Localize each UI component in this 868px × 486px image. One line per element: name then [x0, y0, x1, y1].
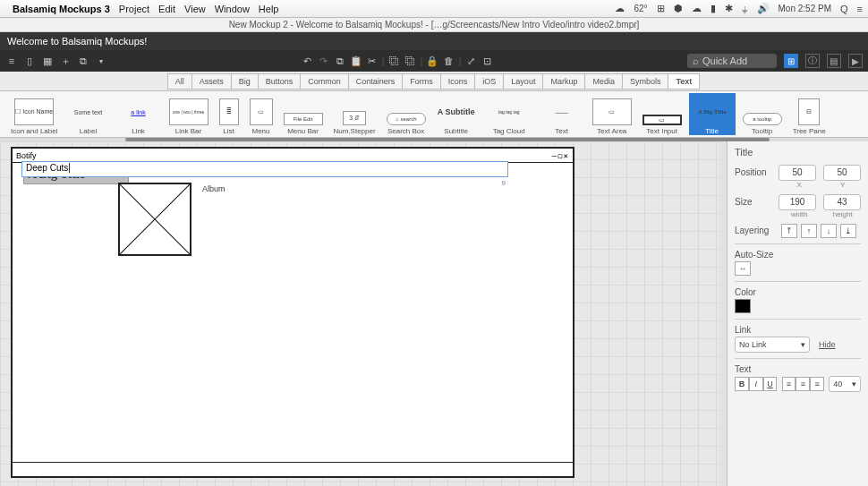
title-edit-field[interactable]: Deep Cuts 9 [21, 161, 508, 177]
pal-text-area[interactable]: ▭Text Area [589, 93, 635, 135]
add-mockup-icon[interactable]: ＋ [59, 55, 72, 67]
view-grid-icon[interactable]: ▦ [41, 55, 54, 67]
quick-add-input[interactable]: ⌕ Quick Add [687, 54, 777, 68]
tab-ios[interactable]: iOS [474, 73, 504, 90]
canvas[interactable]: Botify –◻✕ A Big Title Deep Cuts 9 Album [0, 141, 719, 486]
tab-common[interactable]: Common [300, 73, 349, 90]
autosize-button[interactable]: ↔ [735, 261, 751, 276]
tab-all[interactable]: All [167, 73, 192, 90]
undo-icon[interactable]: ↶ [302, 55, 314, 67]
copy-icon[interactable]: ⧉ [334, 55, 346, 67]
pal-label[interactable]: Some textLabel [65, 93, 112, 135]
menu-project[interactable]: Project [119, 4, 149, 14]
align-right-icon[interactable]: ≡ [810, 377, 824, 391]
toggle-inspector-icon[interactable]: ▤ [827, 54, 841, 68]
cloud-icon[interactable]: ☁ [692, 3, 702, 14]
bring-forward-icon[interactable]: ↑ [801, 224, 817, 238]
delete-icon[interactable]: 🗑 [442, 55, 455, 67]
zoom-actual-icon[interactable]: ⊡ [481, 55, 493, 67]
pal-link[interactable]: a linkLink [115, 93, 162, 135]
pal-text-input[interactable]: ▭Text Input [639, 93, 685, 135]
pal-tag-cloud[interactable]: tag tag tagTag Cloud [483, 93, 535, 135]
tab-buttons[interactable]: Buttons [258, 73, 302, 90]
pal-menu[interactable]: ▭Menu [246, 93, 277, 135]
ungroup-icon[interactable]: ⿻ [404, 55, 417, 67]
image-placeholder-widget[interactable] [118, 183, 191, 256]
search-icon: ⌕ [693, 55, 699, 66]
fullscreen-icon[interactable]: ▶ [848, 54, 863, 68]
text-label: Text [735, 364, 861, 374]
tab-assets[interactable]: Assets [191, 73, 232, 90]
hide-link[interactable]: Hide [819, 340, 836, 349]
volume-icon[interactable]: 🔊 [757, 3, 770, 14]
menu-edit[interactable]: Edit [158, 4, 175, 14]
view-list-icon[interactable]: ▯ [23, 55, 36, 67]
send-back-icon[interactable]: ⤓ [840, 224, 856, 238]
font-size-dropdown[interactable]: 40▾ [829, 376, 861, 392]
battery-icon[interactable]: ▮ [711, 3, 716, 14]
underline-button[interactable]: U [763, 377, 778, 391]
spotlight-icon[interactable]: Q [840, 4, 848, 14]
pal-link-bar[interactable]: one | two | threeLink Bar [166, 93, 212, 135]
pal-menu-bar[interactable]: File EditMenu Bar [280, 93, 327, 135]
position-y-input[interactable]: 50 [823, 165, 861, 181]
document-path: New Mockup 2 - Welcome to Balsamiq Mocku… [0, 18, 868, 32]
zoom-fit-icon[interactable]: ⤢ [464, 55, 477, 67]
dropbox-icon[interactable]: ⬢ [674, 3, 683, 14]
notification-icon[interactable]: ≡ [857, 4, 863, 14]
nav-toggle-icon[interactable]: ≡ [5, 55, 18, 67]
tab-symbols[interactable]: Symbols [622, 73, 669, 90]
toolbar-dropdown-icon[interactable]: ▾ [95, 55, 107, 67]
position-x-input[interactable]: 50 [779, 165, 816, 181]
tab-text[interactable]: Text [668, 73, 700, 90]
layering-label: Layering [735, 226, 774, 235]
db-icon[interactable]: ⊞ [657, 3, 665, 14]
link-dropdown[interactable]: No Link▾ [735, 337, 810, 353]
menu-help[interactable]: Help [259, 4, 279, 14]
paste-icon[interactable]: 📋 [350, 55, 362, 67]
toggle-info-icon[interactable]: ⓘ [805, 54, 820, 68]
tab-layout[interactable]: Layout [503, 73, 543, 90]
wifi-icon[interactable]: ⏚ [742, 4, 748, 14]
pal-title[interactable]: A Big TitleTitle [689, 93, 736, 135]
menu-window[interactable]: Window [215, 4, 250, 14]
italic-button[interactable]: I [749, 377, 763, 391]
toggle-library-icon[interactable]: ⊞ [784, 54, 798, 68]
tab-big[interactable]: Big [231, 73, 259, 90]
tab-media[interactable]: Media [584, 73, 623, 90]
align-center-icon[interactable]: ≡ [796, 377, 810, 391]
group-icon[interactable]: ⿻ [388, 55, 401, 67]
pal-subtitle[interactable]: A SubtitleSubtitle [433, 93, 480, 135]
weather-icon: ☁ [615, 3, 625, 14]
pal-tooltip[interactable]: a tooltipTooltip [739, 93, 786, 135]
tab-markup[interactable]: Markup [542, 73, 585, 90]
color-swatch[interactable] [735, 299, 751, 313]
canvas-scrollbar-vertical[interactable] [719, 141, 727, 486]
tab-forms[interactable]: Forms [402, 73, 441, 90]
lock-icon[interactable]: 🔒 [426, 55, 438, 67]
pal-list[interactable]: ≣List [216, 93, 243, 135]
bold-button[interactable]: B [735, 377, 749, 391]
label-widget[interactable]: Album [202, 184, 226, 193]
app-name[interactable]: Balsamiq Mockups 3 [13, 4, 110, 14]
pal-tree-pane[interactable]: ⊟Tree Pane [789, 93, 830, 135]
pal-text[interactable]: ——Text [539, 93, 585, 135]
window-widget[interactable]: Botify –◻✕ A Big Title Deep Cuts 9 Album [11, 147, 574, 478]
duplicate-icon[interactable]: ⧉ [77, 55, 89, 67]
pal-search-box[interactable]: ⌕ searchSearch Box [383, 93, 430, 135]
redo-icon[interactable]: ↷ [318, 55, 330, 67]
height-input[interactable]: 43 [823, 194, 861, 210]
pal-num-stepper[interactable]: 3 ⇵Num.Stepper [330, 93, 379, 135]
send-backward-icon[interactable]: ↓ [821, 224, 837, 238]
clock[interactable]: Mon 2:52 PM [779, 4, 831, 13]
cut-icon[interactable]: ✂ [366, 55, 379, 67]
bring-front-icon[interactable]: ⤒ [781, 224, 797, 238]
tool-icon[interactable]: ✱ [725, 3, 733, 14]
pal-icon-and-label[interactable]: ☐ Icon NameIcon and Label [7, 93, 62, 135]
menu-view[interactable]: View [184, 4, 206, 14]
align-left-icon[interactable]: ≡ [782, 377, 796, 391]
temperature: 62° [634, 4, 647, 13]
tab-icons[interactable]: Icons [440, 73, 476, 90]
width-input[interactable]: 190 [779, 194, 816, 210]
tab-containers[interactable]: Containers [348, 73, 404, 90]
